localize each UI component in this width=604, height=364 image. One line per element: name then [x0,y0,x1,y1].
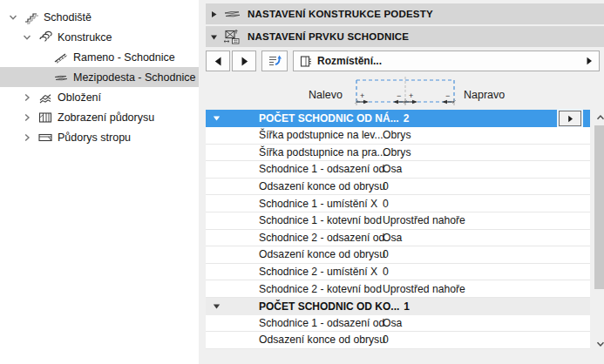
row-value[interactable]: Uprostřed nahoře [383,283,465,295]
finish-icon [37,90,54,105]
table-row[interactable]: Schodnice 2 - kotevní bod Uprostřed naho… [206,280,590,298]
triangle-down-icon[interactable] [206,33,221,41]
ceiling-plan-icon [37,130,54,145]
row-value[interactable]: 0 [383,266,389,278]
triangle-right-icon[interactable] [206,10,221,18]
schodnice-toolbar: Rozmístění... [206,51,604,71]
row-value[interactable]: Obrys [383,129,411,141]
next-item-button[interactable] [232,51,256,71]
row-label: Šířka podstupnice na pra... [259,146,386,158]
stairs-icon [23,10,40,25]
row-label: Schodnice 1 - odsazení od [259,317,384,329]
row-value[interactable]: 0 [383,248,389,260]
table-row[interactable]: Šířka podstupnice na lev... Obrys [206,127,590,145]
triangle-left-icon [214,57,222,66]
transfer-settings-icon [267,54,282,68]
row-label: Odsazení konce od obrysu [259,180,385,192]
triangle-down-icon[interactable] [213,115,223,122]
section-title: NASTAVENÍ KONSTRUKCE PODESTY [248,9,433,19]
row-value[interactable]: Osa [383,163,402,175]
floor-plan-icon [37,110,54,125]
stair-settings-window: Schodiště Konstrukce Rameno - Schodnice … [0,0,604,364]
tree-item-rameno-schodnice[interactable]: Rameno - Schodnice [0,47,199,67]
svg-text:−: − [397,91,401,100]
scroll-up-button[interactable] [594,111,604,124]
svg-text:+: + [409,91,413,100]
table-group-header-selected[interactable]: POČET SCHODNIC OD NÁ... 2 [206,110,590,127]
scrollbar-thumb[interactable] [594,125,604,289]
tree-item-schodiste[interactable]: Schodiště [0,7,199,27]
table-row[interactable]: Odsazení konce od obrysu 0 [206,332,590,349]
row-value[interactable]: 0 [383,198,389,210]
table-scrollbar[interactable] [594,110,604,352]
row-value[interactable]: 0 [383,180,389,192]
triangle-right-icon [585,57,594,65]
tree-item-label: Půdorys stropu [58,131,131,144]
dropdown-selected-label: Rozmístění... [317,55,585,67]
row-label: Schodnice 2 - odsazení od [259,232,384,244]
table-row[interactable]: Schodnice 2 - odsazení od Osa [206,230,590,247]
structure-icon [37,30,54,45]
chevron-down-icon[interactable] [7,11,19,24]
section-title: NASTAVENÍ PRVKU SCHODNICE [248,31,409,42]
scroll-down-button[interactable] [594,338,604,350]
chevron-right-icon[interactable] [21,131,33,144]
table-group-header[interactable]: POČET SCHODNIC OD KO... 1 [206,298,590,315]
row-label: Schodnice 2 - kotevní bod [259,283,382,295]
triangle-right-icon [241,57,248,66]
rozmisteni-dropdown[interactable]: Rozmístění... [293,51,600,71]
chevron-up-icon [596,114,604,121]
table-row[interactable]: Schodnice 1 - odsazení od Osa [206,315,590,333]
tree-item-oblozeni[interactable]: Obložení [0,87,199,107]
tree-item-mezipodesta-schodnice[interactable]: Mezipodesta - Schodnice [0,67,199,87]
settings-panel: NASTAVENÍ KONSTRUKCE PODESTY NASTAVENÍ P… [199,0,604,364]
row-label: Odsazení konce od obrysu [259,334,385,346]
section-header-nastaveni-prvku-schodnice[interactable]: NASTAVENÍ PRVKU SCHODNICE [206,26,604,47]
row-label: Schodnice 1 - umístění X [259,198,377,210]
group-label: POČET SCHODNIC OD KO... [259,300,399,313]
tree-item-label: Mezipodesta - Schodnice [73,71,195,84]
table-row[interactable]: Šířka podstupnice na pra... Obrys [206,145,590,162]
chevron-down-icon [596,340,604,347]
chevron-right-icon[interactable] [21,111,33,124]
placement-icon [299,55,312,68]
tree-item-label: Rameno - Schodnice [73,51,175,64]
row-value[interactable]: Uprostřed nahoře [383,214,465,226]
tree-item-label: Zobrazení půdorysu [58,111,154,124]
stair-structure-tree: Schodiště Konstrukce Rameno - Schodnice … [0,0,199,364]
table-row[interactable]: Odsazení konce od obrysu 0 [206,179,590,196]
tree-item-zobrazeni-pudorysu[interactable]: Zobrazení půdorysu [0,107,199,127]
row-value[interactable]: Osa [383,232,402,244]
tree-item-pudorys-stropu[interactable]: Půdorys stropu [0,127,199,147]
transfer-settings-button[interactable] [261,51,288,71]
stringer-property-table: POČET SCHODNIC OD NÁ... 2 Šířka podstupn… [206,110,590,349]
svg-text:−: − [445,91,450,100]
svg-text:+: + [360,91,364,100]
row-value[interactable]: Obrys [383,146,411,158]
tree-item-label: Schodiště [44,11,92,24]
landing-stringer-icon [52,70,70,85]
table-row[interactable]: Schodnice 1 - kotevní bod Uprostřed naho… [206,212,590,230]
group-label: POČET SCHODNIC OD NÁ... [259,112,399,125]
table-row[interactable]: Odsazení konce od obrysu 0 [206,246,590,264]
stringer-placement-preview: Nalevo Napravo + − + − [206,75,604,108]
preview-left-label: Nalevo [309,89,343,101]
landing-structure-icon [221,5,242,23]
chevron-right-icon[interactable] [21,91,33,104]
row-label: Odsazení konce od obrysu [259,248,385,260]
chevron-down-icon[interactable] [21,31,33,44]
triangle-down-icon[interactable] [213,303,223,310]
tree-item-label: Konstrukce [58,31,112,44]
table-row[interactable]: Schodnice 2 - umístění X 0 [206,264,590,281]
section-header-nastaveni-konstrukce-podesty[interactable]: NASTAVENÍ KONSTRUKCE PODESTY [206,3,604,24]
table-row[interactable]: Schodnice 1 - odsazení od Osa [206,161,590,179]
stringer-settings-icon [221,28,242,45]
row-value[interactable]: Osa [383,317,402,329]
table-row[interactable]: Schodnice 1 - umístění X 0 [206,195,590,212]
tree-item-konstrukce[interactable]: Konstrukce [0,27,199,47]
group-options-button[interactable] [559,111,581,126]
previous-item-button[interactable] [206,51,230,71]
row-value[interactable]: 0 [383,334,389,346]
preview-right-label: Napravo [464,89,505,101]
row-label: Schodnice 1 - odsazení od [259,163,384,175]
